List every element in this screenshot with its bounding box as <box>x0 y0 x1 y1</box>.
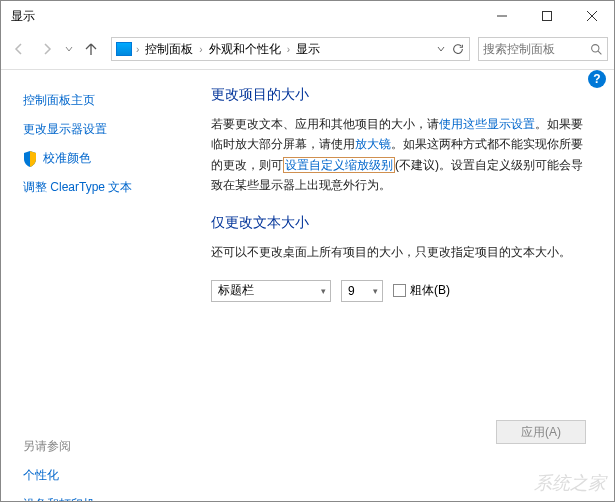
link-custom-scaling[interactable]: 设置自定义缩放级别 <box>283 157 395 173</box>
search-input[interactable]: 搜索控制面板 <box>478 37 608 61</box>
forward-button[interactable] <box>35 37 59 61</box>
search-placeholder: 搜索控制面板 <box>483 41 586 58</box>
checkbox-bold[interactable] <box>393 284 406 297</box>
see-also-devices[interactable]: 设备和打印机 <box>23 490 191 502</box>
crumb-appearance[interactable]: 外观和个性化 <box>207 41 283 58</box>
minimize-button[interactable] <box>479 1 524 31</box>
checkbox-bold-label: 粗体(B) <box>410 282 450 299</box>
search-icon <box>590 43 603 56</box>
chevron-right-icon: › <box>285 44 292 55</box>
crumb-control-panel[interactable]: 控制面板 <box>143 41 195 58</box>
sidebar-item-display-settings[interactable]: 更改显示器设置 <box>23 115 191 144</box>
chevron-down-icon[interactable] <box>437 45 445 53</box>
back-button[interactable] <box>7 37 31 61</box>
maximize-button[interactable] <box>524 1 569 31</box>
svg-line-5 <box>598 51 601 54</box>
sidebar-home[interactable]: 控制面板主页 <box>23 86 191 115</box>
apply-button[interactable]: 应用(A) <box>496 420 586 444</box>
link-magnifier[interactable]: 放大镜 <box>355 137 391 151</box>
select-item[interactable]: 标题栏▾ <box>211 280 331 302</box>
link-display-settings[interactable]: 使用这些显示设置 <box>439 117 535 131</box>
window-title: 显示 <box>11 8 35 25</box>
chevron-right-icon: › <box>134 44 141 55</box>
select-font-size[interactable]: 9▾ <box>341 280 383 302</box>
section-body-text-only: 还可以不更改桌面上所有项目的大小，只更改指定项目的文本大小。 <box>211 242 586 262</box>
close-button[interactable] <box>569 1 614 31</box>
history-dropdown[interactable] <box>63 45 75 53</box>
chevron-down-icon: ▾ <box>373 286 378 296</box>
shield-icon <box>23 151 37 167</box>
section-body-size: 若要更改文本、应用和其他项目的大小，请使用这些显示设置。如果要临时放大部分屏幕，… <box>211 114 586 196</box>
svg-rect-1 <box>542 12 551 21</box>
see-also-personalization[interactable]: 个性化 <box>23 461 191 490</box>
crumb-display[interactable]: 显示 <box>294 41 322 58</box>
help-icon[interactable]: ? <box>588 70 606 88</box>
see-also-label: 另请参阅 <box>23 432 191 461</box>
sidebar-item-cleartype[interactable]: 调整 ClearType 文本 <box>23 173 191 202</box>
sidebar-item-calibrate-color[interactable]: 校准颜色 <box>23 144 191 173</box>
section-heading-size: 更改项目的大小 <box>211 86 586 104</box>
refresh-icon[interactable] <box>451 42 465 56</box>
svg-point-4 <box>592 44 599 51</box>
chevron-down-icon: ▾ <box>321 286 326 296</box>
breadcrumb[interactable]: › 控制面板 › 外观和个性化 › 显示 <box>111 37 470 61</box>
section-heading-text-only: 仅更改文本大小 <box>211 214 586 232</box>
up-button[interactable] <box>79 37 103 61</box>
chevron-right-icon: › <box>197 44 204 55</box>
monitor-icon <box>116 42 132 56</box>
